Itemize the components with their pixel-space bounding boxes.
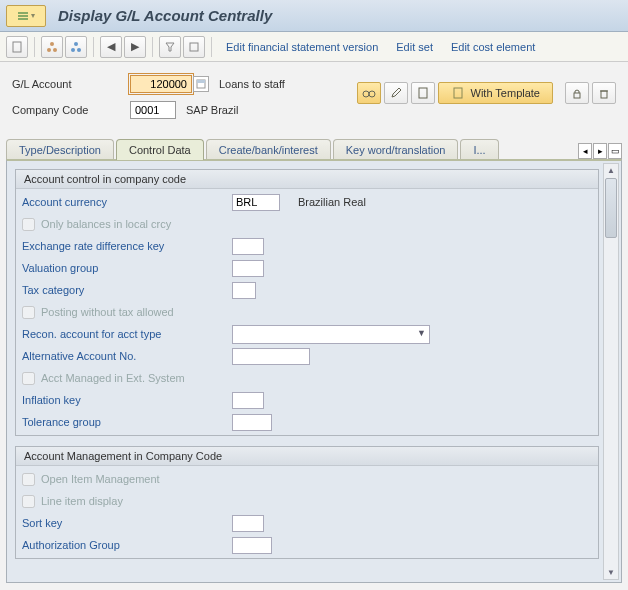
gl-account-input[interactable]	[130, 75, 192, 93]
alternative-account-input[interactable]	[232, 348, 310, 365]
svg-point-6	[53, 48, 57, 52]
group-account-control-title: Account control in company code	[16, 170, 598, 189]
inflation-key-label: Inflation key	[22, 394, 232, 406]
only-balances-checkbox	[22, 218, 35, 231]
tab-information[interactable]: I...	[460, 139, 498, 160]
exchange-rate-diff-label: Exchange rate difference key	[22, 240, 232, 252]
scroll-down-icon: ▼	[604, 566, 618, 579]
toolbar-btn-7[interactable]	[183, 36, 205, 58]
lock-button[interactable]	[565, 82, 589, 104]
menu-button[interactable]: ▾	[6, 5, 46, 27]
tab-create-bank-interest[interactable]: Create/bank/interest	[206, 139, 331, 160]
edit-button[interactable]	[384, 82, 408, 104]
trash-icon	[597, 86, 611, 100]
svg-point-4	[50, 42, 54, 46]
svg-rect-2	[18, 18, 28, 20]
chevron-left-icon: ◀	[107, 40, 115, 53]
inflation-key-input[interactable]	[232, 392, 264, 409]
account-currency-label: Account currency	[22, 196, 232, 208]
titlebar: ▾ Display G/L Account Centrally	[0, 0, 628, 32]
line-item-label: Line item display	[41, 495, 251, 507]
svg-point-7	[74, 42, 78, 46]
tab-list-button[interactable]: ▭	[608, 143, 622, 159]
tab-scroll-right[interactable]: ▸	[593, 143, 607, 159]
hierarchy-icon	[46, 41, 58, 53]
company-code-label: Company Code	[12, 104, 130, 116]
pencil-icon	[389, 86, 403, 100]
svg-point-9	[77, 48, 81, 52]
company-code-input[interactable]	[130, 101, 176, 119]
gl-account-search-help[interactable]	[193, 76, 209, 92]
posting-without-tax-checkbox	[22, 306, 35, 319]
lock-icon	[570, 86, 584, 100]
svg-rect-18	[601, 91, 607, 98]
svg-point-14	[369, 91, 375, 97]
only-balances-label: Only balances in local crcy	[41, 218, 251, 230]
group-account-control: Account control in company code Account …	[15, 169, 599, 436]
filter-icon	[164, 41, 176, 53]
svg-rect-16	[454, 88, 462, 98]
tab-scroll-left[interactable]: ◂	[578, 143, 592, 159]
new-doc-icon	[416, 86, 430, 100]
menu-icon	[17, 10, 29, 22]
tax-category-input[interactable]	[232, 282, 256, 299]
svg-rect-15	[419, 88, 427, 98]
tab-panel: Account control in company code Account …	[6, 159, 622, 583]
svg-rect-1	[18, 15, 28, 17]
create-button[interactable]	[411, 82, 435, 104]
chevron-right-icon: ▶	[131, 40, 139, 53]
svg-rect-17	[574, 93, 580, 98]
tabstrip: Type/Description Control Data Create/ban…	[6, 138, 622, 159]
hierarchy2-icon	[70, 41, 82, 53]
edit-set-link[interactable]: Edit set	[388, 41, 441, 53]
tab-control-data[interactable]: Control Data	[116, 139, 204, 160]
tolerance-group-input[interactable]	[232, 414, 272, 431]
prev-button[interactable]: ◀	[100, 36, 122, 58]
exchange-rate-diff-input[interactable]	[232, 238, 264, 255]
recon-account-label: Recon. account for acct type	[22, 328, 232, 340]
display-change-button[interactable]	[357, 82, 381, 104]
svg-rect-12	[197, 80, 205, 83]
glasses-icon	[362, 86, 376, 100]
toolbar-btn-3[interactable]	[65, 36, 87, 58]
tax-category-label: Tax category	[22, 284, 232, 296]
recon-account-select[interactable]	[232, 325, 430, 344]
toolbar-btn-6[interactable]	[159, 36, 181, 58]
acct-managed-ext-checkbox	[22, 372, 35, 385]
svg-point-13	[363, 91, 369, 97]
alternative-account-label: Alternative Account No.	[22, 350, 232, 362]
template-icon	[451, 86, 465, 100]
toolbar-btn-2[interactable]	[41, 36, 63, 58]
with-template-label: With Template	[471, 87, 541, 99]
toolbar-btn-1[interactable]	[6, 36, 28, 58]
svg-rect-0	[18, 12, 28, 14]
tab-type-description[interactable]: Type/Description	[6, 139, 114, 160]
svg-rect-3	[13, 42, 21, 52]
with-template-button[interactable]: With Template	[438, 82, 554, 104]
gl-account-desc: Loans to staff	[219, 78, 285, 90]
sort-key-input[interactable]	[232, 515, 264, 532]
delete-button[interactable]	[592, 82, 616, 104]
next-button[interactable]: ▶	[124, 36, 146, 58]
auth-group-label: Authorization Group	[22, 539, 232, 551]
valuation-group-label: Valuation group	[22, 262, 232, 274]
sort-key-label: Sort key	[22, 517, 232, 529]
svg-rect-10	[190, 43, 198, 51]
scroll-up-icon: ▲	[604, 164, 618, 177]
valuation-group-input[interactable]	[232, 260, 264, 277]
edit-cost-element-link[interactable]: Edit cost element	[443, 41, 543, 53]
acct-managed-ext-label: Acct Managed in Ext. System	[41, 372, 251, 384]
action-buttons: With Template	[357, 82, 617, 104]
search-help-icon	[196, 79, 206, 89]
panel-scrollbar[interactable]: ▲ ▼	[603, 163, 619, 580]
tab-keyword-translation[interactable]: Key word/translation	[333, 139, 459, 160]
page-title: Display G/L Account Centrally	[58, 7, 272, 24]
posting-without-tax-label: Posting without tax allowed	[41, 306, 251, 318]
edit-fsv-link[interactable]: Edit financial statement version	[218, 41, 386, 53]
account-currency-input[interactable]	[232, 194, 280, 211]
svg-point-5	[47, 48, 51, 52]
auth-group-input[interactable]	[232, 537, 272, 554]
list-icon	[188, 41, 200, 53]
group-account-management: Account Management in Company Code Open …	[15, 446, 599, 559]
scroll-thumb[interactable]	[605, 178, 617, 238]
